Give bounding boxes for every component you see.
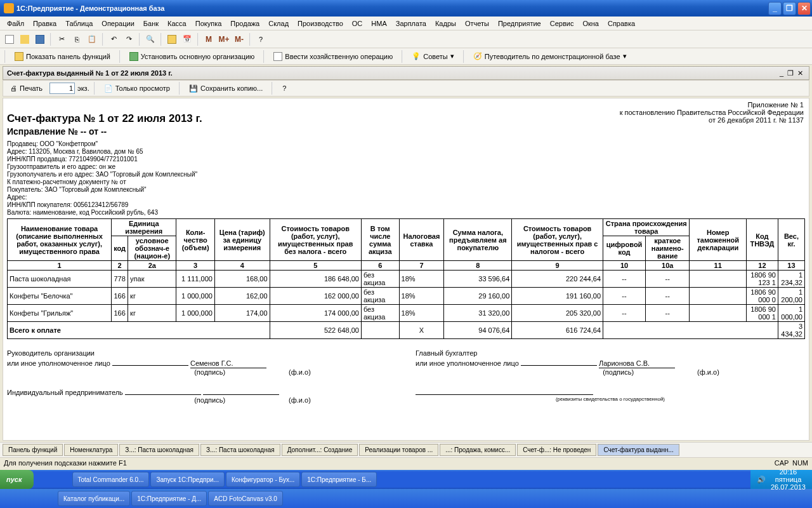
copy-icon[interactable]: ⎘ — [70, 32, 84, 46]
taskbar-button[interactable]: Каталог публикаци... — [58, 491, 130, 506]
taskbar-button[interactable]: 1С:Предприятие - Б... — [301, 472, 377, 487]
signatures-ip: Индивидуальный предприниматель (подпись)… — [7, 386, 805, 404]
open-icon[interactable] — [18, 32, 32, 46]
close-button[interactable]: ✕ — [797, 2, 811, 15]
appendix-note: Приложение № 1к постановлению Правительс… — [620, 101, 804, 124]
document-body: Приложение № 1к постановлению Правительс… — [3, 98, 809, 441]
document-toolbar: 🖨Печать экз. 📄Только просмотр 💾Сохранить… — [3, 80, 809, 97]
menu-Склад[interactable]: Склад — [264, 18, 293, 29]
window-title: 1С:Предприятие - Демонстрационная база — [16, 4, 768, 12]
m-icon[interactable]: M — [202, 32, 216, 46]
invoice-table: Наименование товара (описание выполненны… — [7, 218, 805, 339]
readonly-button[interactable]: 📄Только просмотр — [100, 82, 174, 95]
m-plus-icon[interactable]: M+ — [217, 32, 231, 46]
window-tabs: Панель функцийНоменклатураЗ...: Паста шо… — [0, 442, 812, 457]
search-icon[interactable]: 🔍 — [143, 32, 157, 46]
cut-icon[interactable]: ✂ — [55, 32, 69, 46]
taskbar-button[interactable]: Total Commander 6.0... — [72, 472, 150, 487]
titlebar: 1С:Предприятие - Демонстрационная база _… — [0, 0, 812, 17]
menu-Банк[interactable]: Банк — [139, 18, 163, 29]
menu-Отчеты[interactable]: Отчеты — [461, 18, 494, 29]
menu-Кадры[interactable]: Кадры — [431, 18, 461, 29]
table-row: Паста шоколадная778упак1 111,000168,0018… — [8, 271, 805, 288]
document-tab-title: Счет-фактура выданный № 1 от 22 июля 201… — [7, 69, 778, 77]
invoice-meta: Продавец: ООО "Конфетпром"Адрес: 113205,… — [7, 140, 805, 216]
calendar-icon[interactable]: 📅 — [180, 32, 194, 46]
undo-icon[interactable]: ↶ — [107, 32, 121, 46]
menu-Производство[interactable]: Производство — [293, 18, 348, 29]
document-tab: Счет-фактура выданный № 1 от 22 июля 201… — [3, 66, 809, 80]
window-tab[interactable]: Дополнит...: Создание — [282, 444, 358, 456]
signatures: Руководитель организации или иное уполно… — [7, 349, 805, 376]
m-minus-icon[interactable]: M- — [232, 32, 246, 46]
window-tab[interactable]: Номенклатура — [64, 444, 118, 456]
tray: 🔊 20:16 пятница 26.07.2013 — [750, 470, 812, 489]
menu-Правка[interactable]: Правка — [29, 18, 61, 29]
window-tab[interactable]: Реализации товаров ... — [359, 444, 438, 456]
menu-Операции[interactable]: Операции — [97, 18, 138, 29]
window-tab[interactable]: З...: Паста шоколадная — [119, 444, 199, 456]
menu-Окна[interactable]: Окна — [578, 18, 603, 29]
minimize-button[interactable]: _ — [768, 2, 782, 15]
start-button[interactable]: пуск — [0, 470, 34, 489]
panel-button[interactable]: Показать панель функций — [10, 50, 115, 64]
doc-close-button[interactable]: ✕ — [796, 69, 805, 77]
copies-input[interactable] — [49, 83, 75, 94]
print-button[interactable]: 🖨Печать — [6, 82, 47, 95]
tips-button[interactable]: 💡Советы ▾ — [407, 50, 458, 63]
savecopy-button[interactable]: 💾Сохранить копию... — [185, 82, 267, 95]
taskbar: пуск Total Commander 6.0...Запуск 1С:Пре… — [0, 470, 812, 489]
app-icon — [4, 3, 14, 13]
maximize-button[interactable]: ❐ — [783, 2, 796, 15]
menu-Таблица[interactable]: Таблица — [61, 18, 97, 29]
menubar: ФайлПравкаТаблицаОперацииБанкКассаПокупк… — [0, 17, 812, 30]
menu-Продажа[interactable]: Продажа — [226, 18, 264, 29]
taskbar-row2: Каталог публикаци...1С:Предприятие - Д..… — [0, 489, 812, 508]
menu-Покупка[interactable]: Покупка — [191, 18, 226, 29]
menu-Справка[interactable]: Справка — [603, 18, 639, 29]
guide-button[interactable]: 🧭Путеводитель по демонстрационной базе ▾ — [469, 50, 631, 63]
menu-Предприятие[interactable]: Предприятие — [494, 18, 546, 29]
window-tab[interactable]: З...: Паста шоколадная — [200, 444, 280, 456]
window-tab[interactable]: Счет-ф...: Не проведен — [517, 444, 596, 456]
menu-Касса[interactable]: Касса — [163, 18, 191, 29]
taskbar-button[interactable]: Запуск 1С:Предпри... — [150, 472, 224, 487]
function-bar: Показать панель функций Установить основ… — [0, 48, 812, 65]
menu-Зарплата[interactable]: Зарплата — [391, 18, 431, 29]
op-button[interactable]: Ввести хозяйственную операцию — [269, 50, 397, 64]
doc-help-icon[interactable]: ? — [277, 81, 291, 95]
main-toolbar: ✂ ⎘ 📋 ↶ ↷ 🔍 📅 M M+ M- ? — [0, 30, 812, 48]
total-row: Всего к оплате522 648,00Х94 076,64616 72… — [8, 322, 805, 339]
doc-min-button[interactable]: _ — [778, 69, 785, 77]
menu-НМА[interactable]: НМА — [367, 18, 391, 29]
statusbar: Для получения подсказки нажмите F1 CAP N… — [0, 457, 812, 470]
window-tab[interactable]: Счет-фактура выданн... — [598, 444, 679, 456]
menu-Файл[interactable]: Файл — [3, 18, 29, 29]
calc-icon[interactable] — [165, 32, 179, 46]
copies-label: экз. — [77, 84, 89, 92]
help-icon[interactable]: ? — [254, 32, 268, 46]
correction-title: Исправление № -- от -- — [7, 126, 805, 137]
taskbar-button[interactable]: Конфигуратор - Бух... — [226, 472, 300, 487]
window-tab[interactable]: ...: Продажа, комисс... — [440, 444, 516, 456]
doc-max-button[interactable]: ❐ — [785, 69, 796, 77]
window-tab[interactable]: Панель функций — [3, 444, 63, 456]
table-row: Конфеты "Грильяж"166кг1 000,000174,00174… — [8, 305, 805, 322]
table-row: Конфеты "Белочка"166кг1 000,000162,00162… — [8, 288, 805, 305]
menu-ОС[interactable]: ОС — [348, 18, 367, 29]
menu-Сервис[interactable]: Сервис — [546, 18, 579, 29]
redo-icon[interactable]: ↷ — [122, 32, 136, 46]
taskbar-button[interactable]: ACD FotoCanvas v3.0 — [208, 491, 283, 506]
org-button[interactable]: Установить основную организацию — [125, 50, 259, 64]
taskbar-button[interactable]: 1С:Предприятие - Д... — [131, 491, 207, 506]
new-icon[interactable] — [3, 32, 16, 46]
paste-icon[interactable]: 📋 — [85, 32, 99, 46]
save-icon[interactable] — [33, 32, 47, 46]
